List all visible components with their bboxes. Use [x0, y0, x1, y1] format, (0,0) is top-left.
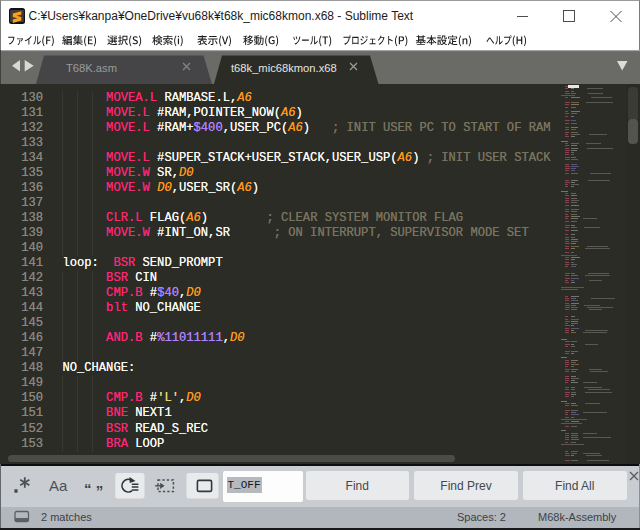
- svg-text:T68K.asm: T68K.asm: [66, 62, 117, 74]
- svg-text:t68k_mic68kmon.x68: t68k_mic68kmon.x68: [231, 62, 337, 74]
